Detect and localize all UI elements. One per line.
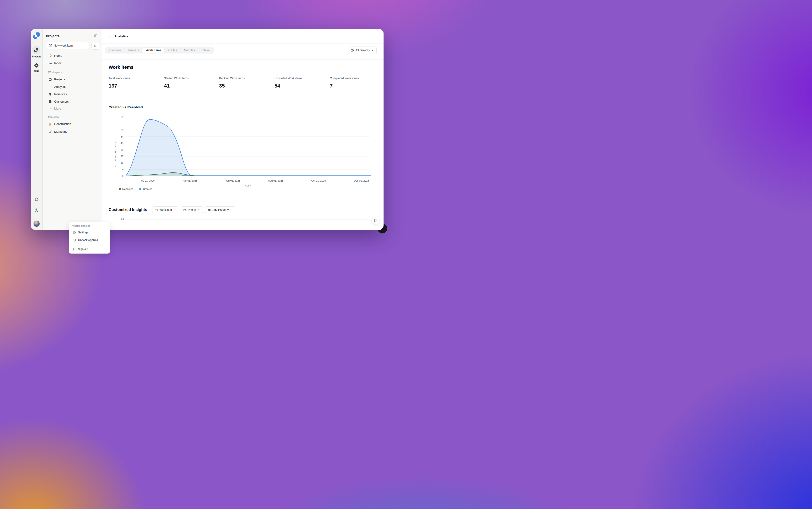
menu-item-undock-apprail[interactable]: Undock AppRail: [70, 237, 108, 243]
sidebar-item-label: Home: [54, 54, 62, 58]
stat-label: Total Work items: [109, 77, 160, 80]
chevron-down-icon: [230, 209, 233, 211]
crane-icon: [48, 122, 52, 126]
rail-projects-label: Projects: [31, 55, 42, 58]
analytics-toolbar: Overview Projects Work items Cycles Modu…: [101, 44, 383, 60]
stat-label: Started Work items: [164, 77, 215, 80]
collapse-sidebar-button[interactable]: [94, 34, 98, 37]
building-icon: [48, 100, 52, 103]
sidebar-item-projects[interactable]: Projects: [45, 76, 99, 82]
dropdown-label: Add Property: [212, 208, 229, 211]
svg-text:Apr 01, 2025: Apr 01, 2025: [183, 179, 197, 182]
insights-chart-gridline: [125, 219, 370, 220]
stat-started-work-items: Started Work items 41: [164, 77, 215, 89]
tab-projects[interactable]: Projects: [125, 48, 142, 53]
plane-app-window: Projects Wiki Projects New w: [31, 29, 383, 230]
calendar-icon: [183, 208, 186, 211]
menu-item-sign-out[interactable]: Sign out: [70, 246, 108, 252]
lightbulb-icon: [48, 92, 52, 96]
svg-text:45: 45: [121, 142, 124, 144]
tab-intake[interactable]: Intake: [199, 48, 213, 53]
briefcase-icon: [48, 77, 52, 81]
new-work-item-button[interactable]: New work item: [46, 42, 90, 49]
inbox-icon: [48, 61, 52, 65]
area-chart-canvas: 0918273645546381Feb 01, 2025Apr 01, 2025…: [107, 115, 380, 189]
help-button[interactable]: [31, 208, 42, 212]
tab-cycles[interactable]: Cycles: [165, 48, 180, 53]
new-work-item-label: New work item: [54, 44, 73, 47]
briefcase-icon: [351, 48, 354, 52]
projects-section-heading: Projects: [48, 115, 59, 118]
settings-gear-button[interactable]: [31, 197, 42, 201]
created-swatch: [139, 188, 141, 190]
tab-modules[interactable]: Modules: [181, 48, 198, 53]
account-menu-popup: vihar@plane.so Settings Undock AppRail S…: [69, 222, 110, 253]
sidebar-project-marketing[interactable]: Marketing: [45, 129, 99, 135]
sidebar-item-label: More: [54, 107, 61, 110]
stat-label: Completed Work items: [330, 77, 381, 80]
sidebar-item-home[interactable]: Home: [45, 53, 99, 59]
legend-label: Created: [143, 188, 153, 190]
stat-value: 54: [274, 83, 326, 89]
menu-item-settings[interactable]: Settings: [70, 230, 108, 236]
tab-work-items[interactable]: Work items: [142, 48, 164, 53]
dropdown-label: Priority: [188, 208, 196, 211]
note-icon: [374, 218, 377, 222]
customized-insights-header: Customized Insights Work item Priority A…: [109, 206, 235, 213]
sidebar-item-analytics[interactable]: Analytics: [45, 83, 99, 90]
stat-backlog-work-items: Backlog Work items 35: [219, 77, 270, 89]
gear-icon: [35, 197, 39, 201]
sidebar-item-initiatives[interactable]: Initiatives: [45, 91, 99, 97]
svg-text:27: 27: [121, 155, 124, 158]
sidebar-item-more[interactable]: More: [45, 105, 99, 112]
feedback-note-button[interactable]: [372, 216, 379, 224]
main-content: Analytics Overview Projects Work items C…: [101, 29, 383, 230]
svg-text:Aug 01, 2025: Aug 01, 2025: [268, 179, 283, 182]
sidebar-item-label: Initiatives: [54, 92, 67, 96]
bar-chart-icon: [109, 34, 112, 38]
user-avatar[interactable]: [34, 221, 40, 227]
insights-work-item-dropdown[interactable]: Work item: [152, 206, 178, 213]
svg-text:Oct 01, 2025: Oct 01, 2025: [311, 179, 326, 182]
search-button[interactable]: [92, 42, 99, 49]
menu-item-label: Sign out: [78, 247, 88, 251]
ellipsis-icon: [48, 107, 52, 110]
svg-text:81: 81: [121, 115, 124, 118]
sidebar-item-label: Construction: [54, 122, 71, 126]
sidebar-title: Projects: [46, 34, 60, 38]
insights-priority-dropdown[interactable]: Priority: [181, 206, 203, 213]
plane-logo[interactable]: [33, 32, 40, 39]
created-vs-resolved-chart: 0918273645546381Feb 01, 2025Apr 01, 2025…: [107, 115, 380, 189]
svg-text:36: 36: [121, 148, 124, 151]
scope-filter-label: All projects: [356, 48, 370, 52]
stat-completed-work-items: Completed Work items 7: [330, 77, 381, 89]
svg-text:0: 0: [122, 175, 124, 177]
stat-value: 7: [330, 83, 381, 89]
workspace-section-heading: Workspace: [48, 71, 62, 74]
menu-divider: [71, 246, 107, 246]
menu-item-label: Settings: [78, 231, 88, 234]
pencil-square-icon: [48, 44, 52, 47]
section-title-work-items: Work items: [109, 65, 133, 70]
rail-wiki-label: Wiki: [31, 70, 42, 73]
sidebar-project-construction[interactable]: Construction: [45, 121, 99, 127]
sidebar-item-customers[interactable]: Customers: [45, 98, 99, 105]
wiki-icon[interactable]: [34, 63, 39, 68]
svg-text:18: 18: [121, 161, 124, 164]
legend-item-resolved[interactable]: Resolved: [119, 188, 133, 190]
rail-item-projects[interactable]: [32, 46, 40, 54]
chevron-down-icon: [371, 49, 374, 52]
legend-item-created[interactable]: Created: [139, 188, 153, 190]
svg-text:63: 63: [121, 129, 124, 132]
all-projects-filter-button[interactable]: All projects: [348, 46, 377, 54]
help-icon: [35, 208, 39, 212]
svg-text:Jun 01, 2025: Jun 01, 2025: [226, 179, 240, 182]
resolved-swatch: [119, 188, 121, 190]
tab-overview[interactable]: Overview: [106, 48, 125, 53]
chevron-down-icon: [173, 209, 176, 211]
stat-unstarted-work-items: Unstarted Work items 54: [274, 77, 326, 89]
search-icon: [94, 44, 97, 47]
chevron-down-icon: [198, 209, 200, 211]
insights-add-property-dropdown[interactable]: Add Property: [205, 206, 235, 213]
sidebar-item-inbox[interactable]: Inbox: [45, 60, 99, 66]
